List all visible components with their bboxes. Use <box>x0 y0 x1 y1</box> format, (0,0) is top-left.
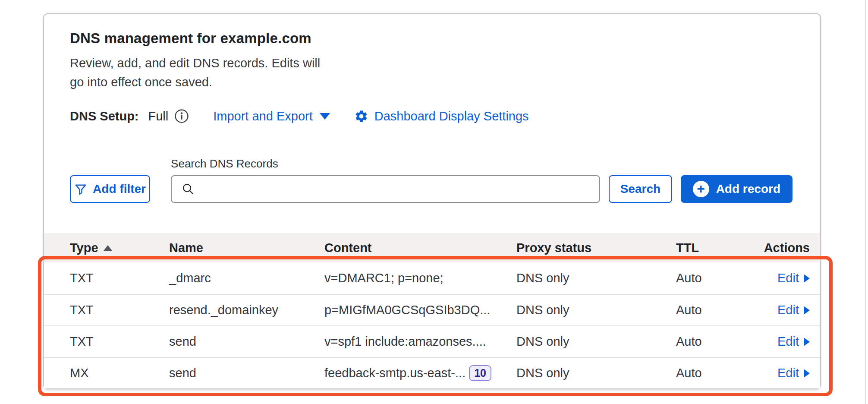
edit-record-button[interactable]: Edit <box>777 303 810 317</box>
record-ttl: Auto <box>676 271 756 285</box>
plus-glyph: + <box>697 182 705 196</box>
page-title-prefix: DNS management for <box>70 30 220 46</box>
window-edge-divider <box>865 0 866 404</box>
gear-icon[interactable] <box>354 109 368 123</box>
column-header-name: Name <box>169 241 324 255</box>
sort-ascending-icon <box>104 245 112 251</box>
column-header-content: Content <box>324 241 516 255</box>
record-proxy-status: DNS only <box>516 303 676 317</box>
column-header-ttl: TTL <box>676 241 756 255</box>
record-ttl: Auto <box>676 366 756 380</box>
edit-record-button[interactable]: Edit <box>777 366 810 380</box>
subtitle-line-2: go into effect once saved. <box>70 73 793 92</box>
table-row: TXT _dmarc v=DMARC1; p=none; DNS only Au… <box>44 262 820 294</box>
edit-label: Edit <box>777 335 799 349</box>
record-name: send <box>169 366 324 380</box>
dns-management-card: DNS management for example.com Review, a… <box>43 13 821 389</box>
add-filter-label: Add filter <box>93 182 146 196</box>
record-proxy-status: DNS only <box>516 335 676 349</box>
domain-name: example.com <box>220 30 311 46</box>
column-header-proxy-status: Proxy status <box>516 241 676 255</box>
record-type: TXT <box>70 303 169 317</box>
edit-label: Edit <box>777 303 799 317</box>
dns-records-table: Type Name Content Proxy status TTL Actio… <box>44 233 820 388</box>
table-row: TXT send v=spf1 include:amazonses.... DN… <box>44 325 820 357</box>
record-content-text: feedback-smtp.us-east-... <box>324 366 465 380</box>
record-content: p=MIGfMA0GCSqGSIb3DQ... <box>324 303 516 317</box>
table-rows-container: TXT _dmarc v=DMARC1; p=none; DNS only Au… <box>44 262 820 388</box>
add-record-button[interactable]: + Add record <box>681 175 793 203</box>
column-header-actions: Actions <box>756 241 810 255</box>
subtitle-line-1: Review, add, and edit DNS records. Edits… <box>70 54 793 73</box>
search-button[interactable]: Search <box>609 175 672 203</box>
plus-circle-icon: + <box>693 181 709 197</box>
filter-funnel-icon <box>74 183 87 196</box>
edit-label: Edit <box>777 271 799 285</box>
info-circle-icon[interactable] <box>174 109 189 123</box>
record-name: _dmarc <box>169 271 324 285</box>
dns-setup-row: DNS Setup: Full Import and Export Dashbo… <box>70 109 793 123</box>
table-header-row: Type Name Content Proxy status TTL Actio… <box>44 233 820 262</box>
record-ttl: Auto <box>676 335 756 349</box>
search-field-group: Search DNS Records <box>171 157 600 203</box>
chevron-right-icon <box>804 274 810 283</box>
table-row: MX send feedback-smtp.us-east-...10 DNS … <box>44 357 820 388</box>
dns-setup-value: Full <box>148 109 169 123</box>
chevron-down-icon[interactable] <box>320 113 330 120</box>
record-name: resend._domainkey <box>169 303 324 317</box>
edit-record-button[interactable]: Edit <box>777 271 810 285</box>
record-content: feedback-smtp.us-east-...10 <box>324 365 516 381</box>
search-icon <box>181 182 195 198</box>
chevron-right-icon <box>804 306 810 315</box>
add-record-label: Add record <box>716 182 780 196</box>
chevron-right-icon <box>804 338 810 346</box>
record-name: send <box>169 335 324 349</box>
record-type: TXT <box>70 335 169 349</box>
records-toolbar: Add filter Search DNS Records Search <box>70 157 793 203</box>
import-export-link[interactable]: Import and Export <box>213 109 313 123</box>
edit-record-button[interactable]: Edit <box>777 335 810 349</box>
type-header-label: Type <box>70 241 98 255</box>
search-field-label: Search DNS Records <box>171 157 600 170</box>
dashboard-display-settings-link[interactable]: Dashboard Display Settings <box>374 109 529 123</box>
record-ttl: Auto <box>676 303 756 317</box>
record-proxy-status: DNS only <box>516 366 676 380</box>
record-content: v=DMARC1; p=none; <box>324 271 516 285</box>
record-content: v=spf1 include:amazonses.... <box>324 335 516 349</box>
search-input[interactable] <box>171 175 600 203</box>
search-button-label: Search <box>620 182 660 196</box>
chevron-right-icon <box>804 369 810 378</box>
page-subtitle: Review, add, and edit DNS records. Edits… <box>70 54 793 92</box>
edit-label: Edit <box>777 366 799 380</box>
record-type: TXT <box>70 271 169 285</box>
record-proxy-status: DNS only <box>516 271 676 285</box>
mx-priority-badge: 10 <box>469 365 491 381</box>
column-header-type[interactable]: Type <box>70 241 169 255</box>
add-filter-button[interactable]: Add filter <box>70 175 150 203</box>
table-row: TXT resend._domainkey p=MIGfMA0GCSqGSIb3… <box>44 294 820 325</box>
record-type: MX <box>70 366 169 380</box>
page-title: DNS management for example.com <box>70 29 793 47</box>
dns-setup-label: DNS Setup: <box>70 109 139 123</box>
